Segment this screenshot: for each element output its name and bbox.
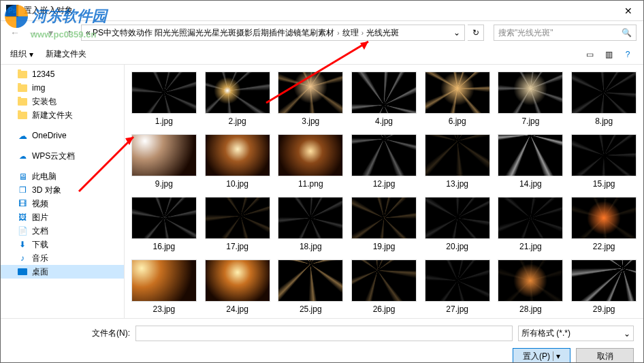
chevron-down-icon: ⌄: [624, 329, 630, 338]
file-thumbnail[interactable]: 23.jpg: [129, 258, 199, 315]
file-thumbnail[interactable]: 6.jpg: [422, 70, 493, 127]
titlebar: Ps 置入嵌入对象 ✕: [1, 1, 643, 21]
window-title: 置入嵌入对象: [24, 5, 613, 16]
sidebar-item-docs[interactable]: 📄文档: [1, 224, 124, 238]
thumbnail-filename: 22.jpg: [593, 242, 615, 251]
nav-recent-button[interactable]: ▾: [43, 25, 58, 40]
sidebar-item-wps[interactable]: ☁ WPS云文档: [1, 149, 124, 163]
thumbnail-filename: 27.jpg: [446, 304, 468, 314]
file-thumbnail[interactable]: 8.jpg: [568, 70, 639, 127]
filetype-select[interactable]: 所有格式 (*.*) ⌄: [518, 326, 634, 341]
sidebar-item-downloads[interactable]: ⬇下载: [1, 238, 124, 251]
search-input[interactable]: 搜索"光线光斑" 🔍: [494, 25, 637, 41]
file-thumbnail[interactable]: 16.jpg: [129, 195, 199, 253]
refresh-button[interactable]: ↻: [468, 25, 484, 41]
file-thumbnail[interactable]: 4.jpg: [349, 70, 419, 127]
file-thumbnail[interactable]: 3.jpg: [275, 70, 346, 127]
thumbnail-image: [205, 72, 270, 114]
file-thumbnail[interactable]: 19.jpg: [349, 195, 419, 253]
thumbnail-filename: 12.jpg: [373, 179, 396, 189]
file-thumbnail[interactable]: 14.jpg: [496, 133, 566, 190]
file-thumbnail[interactable]: 9.jpg: [129, 133, 199, 190]
sidebar-item-folder[interactable]: 安装包: [1, 95, 124, 108]
chevron-down-icon[interactable]: ⌄: [453, 28, 460, 37]
thumbnail-filename: 21.jpg: [519, 242, 542, 251]
sidebar-item-onedrive[interactable]: ☁ OneDrive: [1, 129, 124, 142]
music-icon: ♪: [17, 253, 28, 263]
main-area: 12345img安装包新建文件夹 ☁ OneDrive ☁ WPS云文档 🖥 此…: [1, 65, 643, 318]
thumbnail-filename: 15.jpg: [593, 179, 615, 189]
close-button[interactable]: ✕: [613, 1, 643, 21]
breadcrumb-seg-1[interactable]: 纹理: [342, 27, 359, 39]
file-thumbnail[interactable]: 25.jpg: [275, 258, 346, 315]
file-thumbnail[interactable]: 29.jpg: [568, 258, 639, 315]
breadcrumb[interactable]: « PS中文特效动作 阳光光照漏光光星光斑摄影后期插件滤镜笔刷素材 › 纹理 ›…: [81, 25, 465, 41]
file-thumbnail[interactable]: 20.jpg: [422, 195, 493, 253]
sidebar-label: 12345: [32, 69, 54, 79]
filename-input[interactable]: [135, 326, 513, 341]
thumbnail-image: [131, 197, 197, 239]
file-thumbnail[interactable]: 7.jpg: [496, 70, 566, 127]
place-button[interactable]: 置入(P) ▾: [513, 348, 570, 363]
thumbnail-image: [425, 197, 490, 239]
file-thumbnail[interactable]: 13.jpg: [422, 133, 493, 190]
thumbnail-image: [205, 197, 270, 239]
file-thumbnail[interactable]: 22.jpg: [568, 195, 639, 253]
file-thumbnail[interactable]: 26.jpg: [349, 258, 419, 315]
onedrive-icon: ☁: [17, 131, 28, 140]
docs-icon: 📄: [17, 226, 28, 236]
file-thumbnail[interactable]: 11.png: [275, 133, 346, 190]
sidebar-label: 图片: [32, 212, 48, 223]
organize-menu[interactable]: 组织 ▾: [10, 48, 33, 60]
sidebar-item-desktop[interactable]: 桌面: [1, 265, 124, 279]
preview-pane-button[interactable]: ▥: [602, 48, 615, 61]
thumbnail-image: [278, 259, 343, 302]
breadcrumb-prefix[interactable]: « PS中文特效动作 阳光光照漏光光星光斑摄影后期插件滤镜笔刷素材: [86, 27, 334, 39]
file-thumbnail[interactable]: 12.jpg: [349, 133, 419, 190]
sidebar-item-folder[interactable]: 12345: [1, 67, 124, 81]
file-thumbnail[interactable]: 2.jpg: [202, 70, 273, 127]
file-thumbnail[interactable]: 28.jpg: [496, 258, 566, 315]
sidebar-label: 音乐: [32, 253, 48, 264]
sidebar-item-music[interactable]: ♪音乐: [1, 251, 124, 265]
sidebar-item-pictures[interactable]: 🖼图片: [1, 210, 124, 224]
file-grid[interactable]: 1.jpg2.jpg3.jpg4.jpg6.jpg7.jpg8.jpg9.jpg…: [125, 65, 643, 318]
thumbnail-filename: 19.jpg: [373, 242, 396, 251]
file-thumbnail[interactable]: 1.jpg: [129, 70, 199, 127]
breadcrumb-seg-2[interactable]: 光线光斑: [366, 27, 399, 39]
thumbnail-filename: 17.jpg: [226, 242, 248, 251]
sidebar-label: 新建文件夹: [32, 110, 73, 121]
cancel-button[interactable]: 取消: [576, 348, 634, 363]
file-thumbnail[interactable]: 15.jpg: [568, 133, 639, 190]
thumbnail-filename: 13.jpg: [446, 179, 468, 189]
chevron-right-icon: ›: [337, 29, 339, 37]
sidebar-item-folder[interactable]: img: [1, 81, 124, 95]
sidebar-label: OneDrive: [32, 131, 67, 140]
thumbnail-filename: 14.jpg: [519, 179, 542, 189]
nav-back-button[interactable]: ←: [7, 25, 22, 40]
thumbnail-image: [571, 259, 637, 302]
file-thumbnail[interactable]: 10.jpg: [202, 133, 273, 190]
nav-up-button[interactable]: ↑: [62, 25, 77, 40]
file-thumbnail[interactable]: 24.jpg: [202, 258, 273, 315]
new-folder-button[interactable]: 新建文件夹: [46, 48, 86, 60]
thumbnail-filename: 1.jpg: [155, 116, 173, 126]
filename-label: 文件名(N):: [92, 328, 130, 339]
thumbnail-filename: 8.jpg: [595, 116, 613, 126]
sidebar-item-3d[interactable]: ❒3D 对象: [1, 183, 124, 197]
sidebar-label: img: [32, 83, 45, 93]
file-thumbnail[interactable]: 27.jpg: [422, 258, 493, 315]
sidebar-label: 文档: [32, 225, 48, 237]
view-mode-button[interactable]: ▭: [583, 48, 596, 61]
thumbnail-image: [205, 134, 270, 176]
sidebar-item-video[interactable]: 🎞视频: [1, 197, 124, 210]
help-button[interactable]: ?: [622, 48, 634, 61]
file-thumbnail[interactable]: 17.jpg: [202, 195, 273, 253]
thumbnail-image: [278, 134, 343, 176]
sidebar-item-folder[interactable]: 新建文件夹: [1, 108, 124, 122]
file-thumbnail[interactable]: 18.jpg: [275, 195, 346, 253]
thumbnail-image: [571, 72, 637, 114]
file-thumbnail[interactable]: 21.jpg: [496, 195, 566, 253]
thumbnail-image: [425, 72, 490, 114]
sidebar-item-thispc[interactable]: 🖥 此电脑: [1, 170, 124, 183]
